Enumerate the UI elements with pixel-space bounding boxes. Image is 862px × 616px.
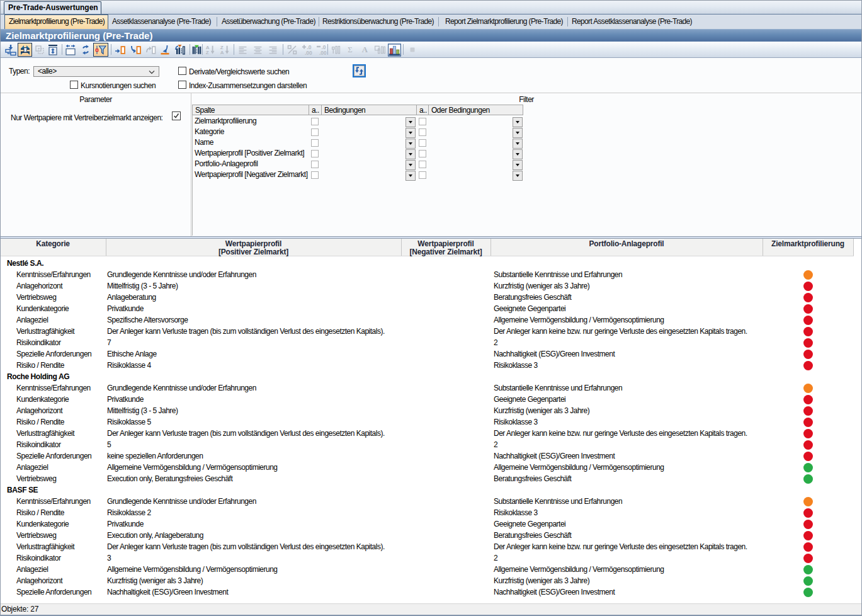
svg-text:.00: .00 [305,50,312,56]
svg-text:.00: .00 [319,50,327,56]
svg-text:A: A [362,45,368,54]
svg-text:Z: Z [206,50,209,55]
svg-text:Σ: Σ [348,45,352,54]
svg-text:A: A [220,50,224,55]
